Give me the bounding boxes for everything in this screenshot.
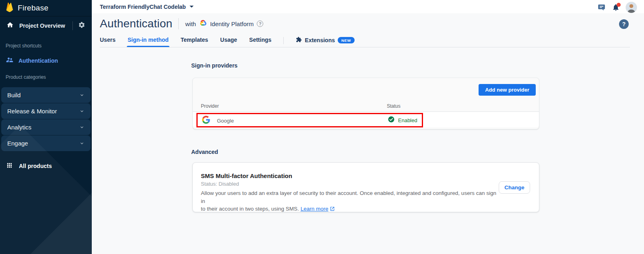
notifications-bell-icon[interactable] [612,3,620,12]
provider-cell: Google [202,116,234,125]
gear-icon[interactable] [78,21,85,30]
divider [178,18,179,29]
chevron-down-icon [79,92,85,98]
main-content: Sign-in providers Add new provider Provi… [92,47,644,254]
divider [72,21,73,30]
sidebar-item-build[interactable]: Build [1,87,91,103]
add-new-provider-button[interactable]: Add new provider [479,84,536,96]
extensions-label: Extensions [305,37,335,43]
project-overview-label: Project Overview [19,23,72,29]
home-icon [6,21,14,30]
check-circle-icon [388,116,395,125]
table-header: Provider Status [193,100,539,112]
chevron-down-icon [79,125,85,130]
title-row: Authentication with Identity Platform ? [100,17,263,30]
external-link-icon [330,206,335,211]
provider-row-google[interactable]: Google Enabled [193,112,539,127]
product-categories-label: Product categories [0,74,92,80]
sms-mfa-card: SMS Multi-factor Authentication Status: … [192,162,539,212]
help-circle-icon[interactable]: ? [619,19,629,29]
chevron-down-icon [79,141,85,146]
learn-more-link[interactable]: Learn more [301,206,328,212]
people-icon [6,56,14,66]
status-text: Enabled [398,117,417,123]
tab-extensions[interactable]: Extensions NEW [296,37,355,48]
description-line-2: to their account in two steps, using SMS… [201,206,299,212]
tabs-underline [100,47,630,47]
change-button[interactable]: Change [499,181,530,194]
sms-card-title: SMS Multi-factor Authentication [201,172,292,179]
provider-column-header: Provider [201,103,219,109]
status-cell: Enabled [388,116,417,125]
status-column-header: Status [387,103,400,109]
sidebar-item-release-monitor[interactable]: Release & Monitor [1,103,91,119]
release-notes-icon[interactable] [597,3,606,11]
project-name: Terraform FriendlyChat Codelab [100,4,186,10]
sign-in-providers-title: Sign-in providers [191,62,237,69]
project-switcher[interactable]: Terraform FriendlyChat Codelab [100,0,194,13]
avatar[interactable] [626,2,637,13]
tab-sign-in-method[interactable]: Sign-in method [128,37,169,47]
topbar-icons [597,0,637,14]
tab-usage[interactable]: Usage [220,37,237,47]
google-cloud-icon [199,20,207,28]
identity-platform-label: Identity Platform [210,20,254,27]
page-title: Authentication [100,17,172,30]
notification-badge [617,3,621,7]
tab-settings[interactable]: Settings [249,37,271,47]
puzzle-icon [296,37,302,44]
project-shortcuts-label: Project shortcuts [0,43,92,49]
new-badge: NEW [338,37,355,43]
provider-name: Google [217,118,234,124]
tab-templates[interactable]: Templates [181,37,208,47]
with-label: with [185,20,196,27]
tab-users[interactable]: Users [100,37,116,47]
chevron-down-icon [79,109,85,114]
sms-description: Allow your users to add an extra layer o… [201,189,501,213]
providers-card: Add new provider Provider Status Google [192,78,539,129]
sidebar-item-authentication[interactable]: Authentication [0,55,92,66]
help-outline-icon[interactable]: ? [257,20,263,27]
sidebar-item-project-overview[interactable]: Project Overview [0,16,92,35]
description-line-1: Allow your users to add an extra layer o… [201,189,501,205]
google-logo-icon [202,116,210,125]
sidebar: Firebase Project Overview Project shortc… [0,0,92,254]
authentication-shortcut-label: Authentication [19,57,58,64]
topbar: Terraform FriendlyChat Codelab [92,0,644,13]
divider [283,37,284,44]
caret-down-icon [190,6,194,8]
advanced-title: Advanced [191,149,218,155]
tab-bar: Users Sign-in method Templates Usage Set… [100,37,355,48]
firebase-logo-row[interactable]: Firebase [0,0,92,16]
page-header: Authentication with Identity Platform ? … [92,13,644,47]
brand-text: Firebase [18,4,48,12]
firebase-flame-icon [6,2,14,14]
sms-status-line: Status: Disabled [201,181,239,187]
